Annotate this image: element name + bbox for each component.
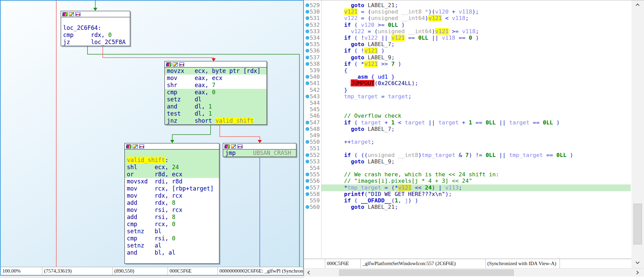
pseudocode-line[interactable]: 550 ++target; bbox=[304, 139, 631, 145]
pseudocode-line[interactable]: 554 bbox=[304, 165, 631, 172]
code-token: unsigned __int8 bbox=[368, 152, 418, 158]
code-token: JUMPOUT bbox=[351, 80, 374, 86]
pseudocode-line[interactable]: 542 } bbox=[304, 87, 631, 94]
asm-line[interactable]: cmp rsi, 0 bbox=[125, 235, 219, 242]
edit-icon[interactable] bbox=[133, 144, 138, 148]
palette-icon[interactable] bbox=[126, 144, 131, 148]
pseudocode-line[interactable]: 555 // We crash here, which is the << 24… bbox=[304, 171, 631, 178]
asm-line[interactable]: mov rdx, rcx bbox=[125, 192, 219, 199]
palette-icon[interactable] bbox=[225, 144, 230, 148]
pseudocode-line[interactable]: 560 goto LABEL_21; bbox=[304, 204, 631, 211]
asm-line[interactable]: mov eax, ecx bbox=[165, 75, 267, 82]
asm-line[interactable]: shr eax, 7 bbox=[165, 82, 267, 89]
pseudocode-line[interactable]: 557 *tmp_target = (*v121 << 24) | v113; bbox=[304, 184, 631, 191]
code-token: || bbox=[428, 35, 442, 41]
asm-line[interactable]: add rsi, 8 bbox=[125, 214, 219, 221]
code-token: __asm bbox=[351, 74, 368, 80]
vertical-scrollbar[interactable] bbox=[631, 0, 644, 268]
scroll-up-button[interactable] bbox=[634, 1, 641, 8]
code-token: & bbox=[455, 152, 465, 158]
node-header[interactable] bbox=[165, 61, 267, 67]
asm-line[interactable]: mov rcx, [rbp+target] bbox=[125, 185, 219, 192]
pseudocode-line[interactable]: 553 goto LABEL_9; bbox=[304, 158, 631, 165]
pseudocode-line[interactable]: 549 bbox=[304, 132, 631, 139]
pseudocode-line[interactable]: 533 v122 = (unsigned __int64)v121 >= v11… bbox=[304, 28, 631, 35]
pseudocode-line[interactable]: 540 __asm { ud1 } bbox=[304, 74, 631, 80]
asm-line[interactable]: jz loc_2C5F8A bbox=[61, 39, 130, 46]
pseudocode-area[interactable]: 529 goto LABEL_21;530 v121 = (unsigned _… bbox=[304, 0, 631, 259]
asm-line[interactable]: add rdx, 8 bbox=[125, 199, 219, 206]
asm-line[interactable]: setz dl bbox=[165, 96, 267, 103]
pseudocode-line[interactable]: 537 goto LABEL_9; bbox=[304, 54, 631, 61]
pseudocode-line[interactable]: 552 if ( ((unsigned __int8)tmp_target & … bbox=[304, 152, 631, 159]
pseudocode-line[interactable]: 556 // "images[i].pixels[j * 4 + 3] << 2… bbox=[304, 178, 631, 184]
asm-line[interactable]: movzx ecx, byte ptr [rdx] bbox=[165, 67, 267, 75]
asm-line[interactable]: cmp rcx, 0 bbox=[125, 221, 219, 228]
pseudocode-line[interactable]: 543 tmp_target = target; bbox=[304, 93, 631, 100]
edit-icon[interactable] bbox=[69, 12, 74, 16]
block-shift-check[interactable]: movzx ecx, byte ptr [rdx]mov eax, ecxshr… bbox=[164, 61, 267, 125]
asm-token: setz dl bbox=[167, 96, 201, 103]
pseudocode-line[interactable]: 539 { bbox=[304, 67, 631, 74]
asm-line[interactable]: and bl, al bbox=[125, 249, 219, 256]
asm-line[interactable]: setnz bl bbox=[125, 228, 219, 235]
pseudocode-line[interactable]: 551 bbox=[304, 145, 631, 152]
asm-line[interactable] bbox=[125, 150, 219, 157]
asm-line[interactable]: shl ecx, 24 bbox=[125, 164, 219, 171]
asm-line[interactable]: valid_shift: bbox=[125, 157, 219, 164]
node-header[interactable] bbox=[125, 143, 219, 150]
frame-color-icon[interactable] bbox=[75, 12, 80, 16]
asm-line[interactable]: loc_2C6F64: bbox=[61, 24, 130, 32]
pseudocode-line[interactable]: 532 if ( v120 >= 0LL ) bbox=[304, 22, 631, 28]
asm-token: setnz al bbox=[127, 242, 161, 249]
graph-canvas[interactable]: loc_2C6F64:cmp rdx, 0jz loc_2C5F8Amovzx … bbox=[1, 1, 303, 267]
asm-line[interactable]: movsxd rdi, r8d bbox=[125, 178, 219, 185]
pseudocode-line[interactable]: 548 goto LABEL_7; bbox=[304, 126, 631, 133]
edit-icon[interactable] bbox=[173, 62, 178, 66]
scroll-right-button[interactable] bbox=[634, 269, 641, 276]
asm-line[interactable] bbox=[61, 17, 130, 24]
pseudocode-line[interactable]: 536 if ( !v121 ) bbox=[304, 47, 631, 54]
pseudocode-line[interactable]: 546 // Overflow check bbox=[304, 113, 631, 119]
pseudocode-line[interactable]: 544 bbox=[304, 100, 631, 106]
code-token: ); bbox=[472, 8, 479, 15]
frame-color-icon[interactable] bbox=[139, 144, 144, 148]
asm-line[interactable]: or r8d, ecx bbox=[125, 171, 219, 178]
scroll-down-button[interactable] bbox=[634, 259, 641, 266]
pseudocode-line[interactable]: 534 if ( !v122 || v121 == 0LL || v118 ==… bbox=[304, 35, 631, 41]
block-ubsan-crash[interactable]: jmp UBSAN_CRASH bbox=[223, 143, 296, 157]
pseudocode-line[interactable]: 531 v122 = (unsigned __int64)v121 < v118… bbox=[304, 15, 631, 22]
pseudocode-line[interactable]: 558 printf("DID WE GET HERE???x\n"); bbox=[304, 191, 631, 198]
horizontal-scrollbar-thumb[interactable] bbox=[339, 270, 514, 276]
edit-icon[interactable] bbox=[231, 144, 236, 148]
pseudocode-line[interactable]: 547 if ( target + 1 < target || target +… bbox=[304, 119, 631, 126]
asm-line[interactable]: jmp UBSAN_CRASH bbox=[223, 150, 296, 157]
pseudocode-line[interactable]: 545 bbox=[304, 106, 631, 113]
vertical-scrollbar-thumb[interactable] bbox=[633, 204, 642, 244]
asm-line[interactable]: test dl, 1 bbox=[165, 110, 267, 117]
palette-icon[interactable] bbox=[166, 62, 171, 66]
palette-icon[interactable] bbox=[62, 12, 67, 16]
node-header[interactable] bbox=[61, 11, 130, 17]
code-token: = ( bbox=[364, 28, 378, 35]
block-valid-shift[interactable]: valid_shift:shl ecx, 24or r8d, ecxmovsxd… bbox=[124, 143, 219, 264]
node-header[interactable] bbox=[223, 143, 296, 150]
asm-line[interactable]: mov rsi, rcx bbox=[125, 206, 219, 214]
asm-line[interactable]: cmp eax, 0 bbox=[165, 89, 267, 96]
pseudocode-line[interactable]: 538 if ( *v121 >> 7 ) bbox=[304, 61, 631, 67]
scroll-left-button[interactable] bbox=[305, 269, 312, 276]
block-loc_2C6F64[interactable]: loc_2C6F64:cmp rdx, 0jz loc_2C5F8A bbox=[61, 11, 130, 46]
asm-line[interactable]: jnz short valid_shift bbox=[165, 117, 267, 124]
pseudocode-line[interactable]: 529 goto LABEL_21; bbox=[304, 2, 631, 9]
pseudocode-line[interactable]: 530 v121 = (unsigned __int8 *)(v120 + v1… bbox=[304, 8, 631, 15]
frame-color-icon[interactable] bbox=[179, 62, 184, 66]
asm-line[interactable]: cmp rdx, 0 bbox=[61, 32, 130, 39]
asm-line[interactable] bbox=[125, 256, 219, 263]
horizontal-scrollbar[interactable] bbox=[304, 268, 644, 277]
asm-line[interactable]: setnz al bbox=[125, 242, 219, 249]
pseudocode-line[interactable]: 541 JUMPOUT(0x2C6C24LL); bbox=[304, 80, 631, 87]
asm-line[interactable]: and dl, 1 bbox=[165, 103, 267, 110]
pseudocode-line[interactable]: 559 if ( __OFADD__(1, j) ) bbox=[304, 197, 631, 204]
pseudocode-line[interactable]: 535 goto LABEL_7; bbox=[304, 41, 631, 48]
frame-color-icon[interactable] bbox=[237, 144, 242, 148]
